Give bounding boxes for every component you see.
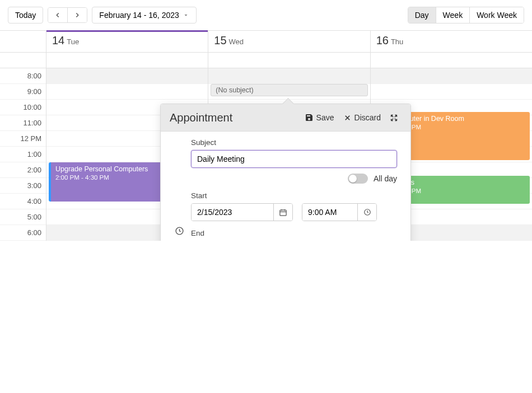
view-week-button[interactable]: Week xyxy=(436,7,470,23)
allday-cell[interactable] xyxy=(370,53,532,68)
allday-row xyxy=(0,53,532,68)
allday-label: All day xyxy=(374,174,397,183)
time-label: 12 PM xyxy=(0,131,46,147)
save-icon xyxy=(305,113,314,122)
calendar-icon xyxy=(279,208,287,217)
toolbar: Today February 14 - 16, 2023 Day Week Wo… xyxy=(0,0,532,30)
time-label: 6:00 xyxy=(0,225,46,241)
time-label: 5:00 xyxy=(0,209,46,225)
appointment-popover: Appointment Save Discard xyxy=(160,104,411,241)
start-date-input-group xyxy=(191,203,293,221)
allday-switch[interactable] xyxy=(348,174,368,184)
start-time-input[interactable] xyxy=(302,204,357,221)
popover-header: Appointment Save Discard xyxy=(161,104,410,132)
calendar-grid: 14Tue 15Wed 16Thu 8:00 9:00 10:00 11:00 … xyxy=(0,30,532,241)
save-button[interactable]: Save xyxy=(301,111,338,124)
time-label: 10:00 xyxy=(0,100,46,115)
day-name: Thu xyxy=(391,38,403,46)
discard-label: Discard xyxy=(354,113,381,122)
allday-cell[interactable] xyxy=(46,53,208,68)
start-date-input[interactable] xyxy=(192,204,273,221)
time-label: 9:00 xyxy=(0,84,46,100)
event-title: ures xyxy=(401,179,525,186)
date-range-dropdown[interactable]: February 14 - 16, 2023 xyxy=(92,7,196,24)
end-label: End xyxy=(191,229,397,237)
discard-button[interactable]: Discard xyxy=(340,111,384,124)
save-label: Save xyxy=(316,113,334,122)
chevron-right-icon xyxy=(73,11,81,19)
day-number: 14 xyxy=(52,34,64,47)
clock-icon xyxy=(363,208,371,216)
day-name: Wed xyxy=(229,38,244,46)
subject-label: Subject xyxy=(191,138,397,147)
day-header-wed[interactable]: 15Wed xyxy=(208,31,370,52)
svg-rect-3 xyxy=(280,210,286,216)
time-label: 11:00 xyxy=(0,115,46,131)
close-icon xyxy=(343,114,352,122)
allday-cell[interactable] xyxy=(208,53,370,68)
new-event-placeholder[interactable]: (No subject) xyxy=(211,84,367,96)
subject-input[interactable] xyxy=(191,150,397,168)
chevron-left-icon xyxy=(54,11,62,19)
event-title: Router in Dev Room xyxy=(401,115,525,123)
event-green[interactable]: ures :45 PM xyxy=(394,176,530,204)
event-time: :45 PM xyxy=(401,188,525,194)
prev-button[interactable] xyxy=(48,8,68,22)
day-number: 15 xyxy=(214,34,226,47)
start-time-input-group xyxy=(302,203,377,221)
day-header-thu[interactable]: 16Thu xyxy=(371,31,532,52)
scheduler-root: Today February 14 - 16, 2023 Day Week Wo… xyxy=(0,0,532,241)
start-label: Start xyxy=(191,191,397,200)
event-router[interactable]: Router in Dev Room :30 PM xyxy=(394,112,530,160)
fullscreen-button[interactable] xyxy=(386,111,402,124)
today-button[interactable]: Today xyxy=(8,7,43,24)
time-label: 1:00 xyxy=(0,147,46,162)
start-time-picker-button[interactable] xyxy=(357,204,376,221)
time-labels: 8:00 9:00 10:00 11:00 12 PM 1:00 2:00 3:… xyxy=(0,68,46,241)
event-time: :30 PM xyxy=(401,124,525,130)
day-number: 16 xyxy=(376,34,389,47)
date-nav-group xyxy=(48,7,87,23)
time-label: 3:00 xyxy=(0,178,46,194)
day-headers: 14Tue 15Wed 16Thu xyxy=(0,31,532,53)
next-button[interactable] xyxy=(68,8,87,22)
start-date-picker-button[interactable] xyxy=(273,204,292,221)
date-range-label: February 14 - 16, 2023 xyxy=(99,11,179,20)
time-label: 4:00 xyxy=(0,194,46,209)
expand-icon xyxy=(390,114,398,122)
view-work-week-button[interactable]: Work Week xyxy=(470,7,524,23)
time-label: 8:00 xyxy=(0,68,46,84)
day-header-tue[interactable]: 14Tue xyxy=(46,31,208,52)
day-name: Tue xyxy=(67,38,79,46)
time-label: 2:00 xyxy=(0,162,46,178)
view-day-button[interactable]: Day xyxy=(408,7,436,23)
caret-down-icon xyxy=(183,12,189,18)
view-switcher: Day Week Work Week xyxy=(408,7,524,24)
clock-icon xyxy=(175,226,184,236)
popover-title: Appointment xyxy=(170,111,301,124)
